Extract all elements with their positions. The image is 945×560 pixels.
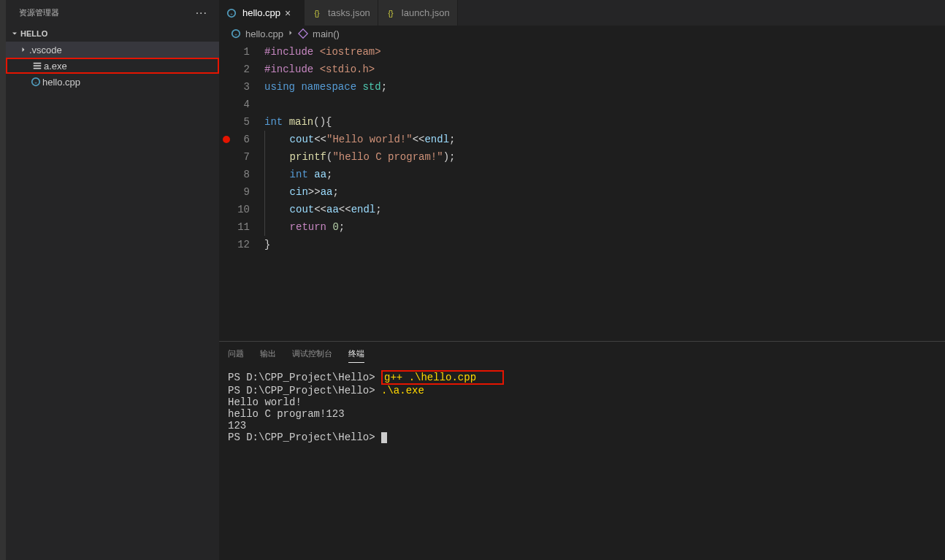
- breadcrumb[interactable]: + hello.cpp main(): [219, 26, 945, 42]
- editor-area: + hello.cpp × {} tasks.json {} launch.js…: [219, 0, 945, 560]
- activity-bar[interactable]: [0, 0, 6, 560]
- tree-item-label: hello.cpp: [42, 77, 80, 88]
- folder-name: HELLO: [20, 29, 47, 38]
- binary-file-icon: [31, 61, 44, 71]
- sidebar: 资源管理器 ··· HELLO .vscode a.exe: [6, 0, 219, 560]
- file-tree: .vscode a.exe + hello.cpp: [6, 42, 219, 90]
- chevron-down-icon: [9, 29, 20, 38]
- close-icon[interactable]: ×: [285, 7, 296, 19]
- tab-launch-json[interactable]: {} launch.json: [378, 0, 458, 26]
- tree-item-vscode-folder[interactable]: .vscode: [6, 42, 219, 58]
- svg-text:{}: {}: [315, 8, 321, 17]
- terminal[interactable]: PS D:\CPP_Project\Hello> g++ .\hello.cpp…: [219, 366, 945, 560]
- panel-tabs: 问题 输出 调试控制台 终端: [219, 342, 945, 366]
- tab-tasks-json[interactable]: {} tasks.json: [305, 0, 378, 26]
- code-editor[interactable]: 1 2 3 4 5 6 7 8 9 10 11 12 #include <ios…: [219, 42, 945, 341]
- explorer-title: 资源管理器: [19, 7, 59, 18]
- sidebar-header: 资源管理器 ···: [6, 0, 219, 26]
- svg-text:{}: {}: [388, 8, 394, 17]
- svg-rect-8: [299, 29, 307, 38]
- code-lines[interactable]: #include <iostream> #include <stdio.h> u…: [264, 43, 945, 341]
- panel-tab-terminal[interactable]: 终端: [348, 345, 364, 363]
- tree-item-label: a.exe: [44, 61, 67, 72]
- tab-hello-cpp[interactable]: + hello.cpp ×: [219, 0, 305, 26]
- json-file-icon: {}: [386, 8, 397, 18]
- more-actions-icon[interactable]: ···: [196, 7, 207, 20]
- tab-label: launch.json: [402, 7, 450, 18]
- cpp-file-icon: +: [226, 8, 238, 18]
- folder-section-header[interactable]: HELLO: [6, 26, 219, 42]
- tree-item-hellocpp[interactable]: + hello.cpp: [6, 74, 219, 90]
- tabs-bar: + hello.cpp × {} tasks.json {} launch.js…: [219, 0, 945, 26]
- breadcrumb-symbol: main(): [313, 28, 340, 39]
- cpp-file-icon: +: [29, 77, 42, 87]
- terminal-cursor: [381, 432, 387, 443]
- cpp-file-icon: +: [231, 28, 242, 39]
- tab-label: tasks.json: [328, 7, 370, 18]
- tab-label: hello.cpp: [242, 7, 280, 18]
- svg-text:+: +: [234, 31, 237, 37]
- method-icon: [298, 28, 310, 39]
- panel-tab-output[interactable]: 输出: [260, 345, 276, 362]
- json-file-icon: {}: [312, 8, 324, 18]
- panel-tab-problems[interactable]: 问题: [228, 345, 244, 362]
- gutter[interactable]: 1 2 3 4 5 6 7 8 9 10 11 12: [219, 43, 264, 341]
- svg-text:+: +: [34, 80, 37, 85]
- svg-text:+: +: [230, 10, 233, 15]
- tree-item-aexe[interactable]: a.exe: [6, 58, 219, 74]
- breadcrumb-file: hello.cpp: [245, 28, 283, 39]
- bottom-panel: 问题 输出 调试控制台 终端 PS D:\CPP_Project\Hello> …: [219, 341, 945, 560]
- breakpoint-icon[interactable]: [223, 136, 230, 143]
- panel-tab-debug-console[interactable]: 调试控制台: [292, 345, 332, 362]
- chevron-right-icon: [286, 28, 295, 39]
- chevron-right-icon: [18, 45, 29, 54]
- tree-item-label: .vscode: [29, 45, 62, 55]
